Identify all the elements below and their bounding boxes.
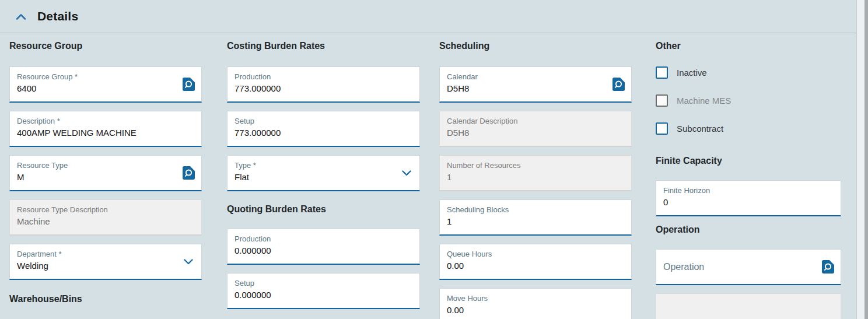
costing-type-field[interactable]: Type * Flat	[227, 155, 420, 191]
queue-hours-field[interactable]: Queue Hours 0.00	[439, 244, 632, 280]
group-header-finite-capacity: Finite Capacity	[656, 156, 841, 166]
checkbox-label: Subcontract	[677, 124, 723, 134]
vertical-scrollbar-track[interactable]	[856, 0, 868, 319]
field-value[interactable]: 773.000000	[235, 128, 396, 138]
lookup-search-icon	[183, 166, 195, 180]
field-label: Move Hours	[447, 294, 608, 303]
field-label: Number of Resources	[447, 161, 608, 170]
field-value[interactable]: 6400	[17, 83, 178, 93]
field-label: Calendar	[447, 72, 608, 81]
department-field[interactable]: Department * Welding	[9, 244, 202, 280]
resource-type-field[interactable]: Resource Type M	[9, 155, 202, 191]
group-header-resource-group: Resource Group	[9, 41, 202, 51]
field-label: Resource Type	[17, 161, 178, 170]
resource-type-description-field: Resource Type Description Machine	[9, 199, 202, 236]
field-label: Scheduling Blocks	[447, 205, 608, 214]
lookup-search-icon	[612, 78, 625, 91]
field-value[interactable]: Welding	[17, 261, 178, 271]
checkbox-label: Machine MES	[677, 96, 731, 106]
field-label: Finite Horizon	[663, 186, 817, 195]
field-value[interactable]: Flat	[235, 172, 396, 182]
details-section-header: Details	[0, 0, 856, 33]
inactive-checkbox-row[interactable]: Inactive	[656, 66, 841, 79]
field-label: Type *	[235, 161, 396, 170]
resource-group-lookup-button[interactable]	[181, 77, 195, 92]
vertical-scrollbar-thumb[interactable]	[864, 0, 868, 319]
group-header-scheduling: Scheduling	[439, 41, 632, 51]
chevron-down-icon	[184, 259, 193, 265]
subcontract-checkbox-row[interactable]: Subcontract	[656, 122, 841, 135]
description-field[interactable]: Description * 400AMP WELDING MACHINE	[9, 111, 202, 147]
field-value[interactable]: 1	[447, 216, 608, 226]
column-resource-group: Resource Group Resource Group * 6400 Des…	[9, 34, 202, 304]
field-label: Setup	[235, 117, 396, 125]
operation-lookup-button[interactable]	[821, 260, 835, 275]
field-value[interactable]: 773.000000	[235, 83, 396, 93]
resource-type-lookup-button[interactable]	[181, 166, 195, 181]
subcontract-checkbox[interactable]	[656, 122, 668, 135]
field-value[interactable]: 0.000000	[235, 290, 396, 300]
field-value: D5H8	[447, 128, 608, 138]
column-costing-burden-rates: Costing Burden Rates Production 773.0000…	[227, 34, 420, 317]
field-label: Resource Type Description	[17, 205, 178, 214]
field-label: Production	[235, 234, 396, 243]
department-dropdown-button[interactable]	[183, 258, 194, 266]
column-other: Other Inactive Machine MES Subcontract F…	[656, 34, 841, 319]
field-label: Queue Hours	[447, 250, 608, 258]
group-header-costing-burden-rates: Costing Burden Rates	[227, 41, 420, 51]
field-label: Description *	[17, 117, 178, 125]
field-label: Resource Group *	[17, 72, 178, 81]
chevron-down-icon	[402, 170, 411, 176]
section-title: Details	[37, 9, 78, 23]
calendar-lookup-button[interactable]	[611, 77, 625, 92]
field-value[interactable]: 400AMP WELDING MACHINE	[17, 128, 178, 138]
quoting-production-field[interactable]: Production 0.000000	[227, 229, 420, 265]
field-label: Department *	[17, 250, 178, 258]
lookup-search-icon	[183, 78, 195, 91]
collapse-section-button[interactable]	[14, 9, 28, 23]
chevron-up-icon	[16, 13, 26, 20]
details-panel: Details Resource Group Resource Group * …	[0, 0, 868, 319]
group-header-other: Other	[656, 41, 841, 51]
checkbox-label: Inactive	[677, 68, 707, 78]
type-dropdown-button[interactable]	[401, 169, 412, 177]
group-header-operation: Operation	[656, 225, 841, 235]
inactive-checkbox[interactable]	[656, 66, 668, 79]
field-value: Machine	[17, 216, 178, 226]
machine-mes-checkbox	[656, 94, 668, 107]
finite-horizon-field[interactable]: Finite Horizon 0	[656, 180, 841, 216]
calendar-description-field: Calendar Description D5H8	[439, 111, 632, 147]
calendar-field[interactable]: Calendar D5H8	[439, 66, 632, 103]
other-checkbox-group: Inactive Machine MES Subcontract	[656, 66, 841, 135]
machine-mes-checkbox-row: Machine MES	[656, 94, 841, 107]
field-value[interactable]: D5H8	[447, 83, 608, 93]
column-scheduling: Scheduling Calendar D5H8 Calendar Descri…	[439, 34, 632, 319]
field-value[interactable]: 0	[663, 197, 817, 207]
group-header-quoting-burden-rates: Quoting Burden Rates	[227, 204, 420, 215]
resource-group-field[interactable]: Resource Group * 6400	[9, 66, 202, 103]
field-label: Setup	[235, 279, 396, 288]
field-value[interactable]: 0.00	[447, 305, 608, 315]
field-label: Calendar Description	[447, 117, 608, 125]
costing-setup-field[interactable]: Setup 773.000000	[227, 111, 420, 147]
move-hours-field[interactable]: Move Hours 0.00	[439, 288, 632, 319]
cutoff-field	[656, 293, 841, 319]
quoting-setup-field[interactable]: Setup 0.000000	[227, 273, 420, 309]
field-value[interactable]: 0.000000	[235, 246, 396, 255]
group-header-warehouse-bins: Warehouse/Bins	[9, 294, 202, 304]
field-value[interactable]: 0.00	[447, 261, 608, 271]
field-label: Production	[235, 72, 396, 81]
field-value[interactable]: M	[17, 172, 178, 182]
lookup-search-icon	[822, 260, 834, 274]
field-value: 1	[447, 172, 608, 182]
scheduling-blocks-field[interactable]: Scheduling Blocks 1	[439, 199, 632, 236]
field-placeholder-label: Operation	[663, 250, 817, 285]
costing-production-field[interactable]: Production 773.000000	[227, 66, 420, 103]
number-of-resources-field: Number of Resources 1	[439, 155, 632, 191]
operation-field[interactable]: Operation	[656, 249, 841, 285]
